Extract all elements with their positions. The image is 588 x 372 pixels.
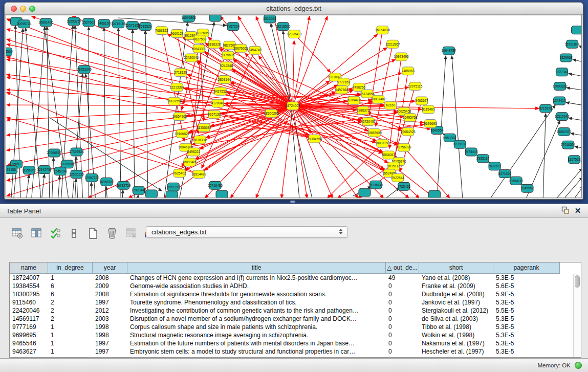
graph-node[interactable]: 6279197 bbox=[453, 140, 467, 148]
graph-node[interactable]: 7515526 bbox=[139, 23, 152, 31]
graph-node[interactable]: 9115460 bbox=[422, 105, 435, 114]
graph-node[interactable]: 3175685 bbox=[222, 51, 235, 59]
graph-node[interactable]: 12213967 bbox=[385, 40, 400, 48]
scrollbar-thumb[interactable] bbox=[575, 275, 580, 288]
table-row[interactable]: 1872400712008Changes of HCN gene express… bbox=[10, 274, 581, 282]
graph-node[interactable]: 12325413 bbox=[287, 30, 302, 38]
graph-node[interactable] bbox=[146, 190, 158, 198]
graph-node[interactable]: 10653257 bbox=[67, 17, 81, 26]
graph-node[interactable]: 18807293 bbox=[375, 139, 390, 147]
graph-node[interactable]: 22420046 bbox=[184, 54, 199, 62]
graph-node[interactable]: 10973493 bbox=[394, 53, 409, 61]
delete-entry-button[interactable] bbox=[105, 226, 119, 240]
graph-node[interactable]: 9427552 bbox=[214, 87, 227, 95]
graph-node[interactable]: 17957223 bbox=[84, 174, 99, 182]
graph-node[interactable]: 1167533 bbox=[568, 156, 581, 164]
graph-node[interactable]: 12093822 bbox=[553, 82, 568, 91]
column-header-out_de[interactable]: △ out_de... bbox=[386, 262, 419, 274]
graph-node[interactable]: 10719155 bbox=[111, 20, 126, 28]
graph-node[interactable]: 39158 bbox=[6, 166, 17, 174]
graph-node[interactable]: 16671355 bbox=[125, 21, 140, 30]
graph-node[interactable]: 8186328 bbox=[208, 40, 221, 48]
graph-node[interactable]: 9227341 bbox=[556, 68, 569, 76]
graph-node[interactable]: 62160 bbox=[385, 101, 397, 110]
graph-node[interactable]: 20206576 bbox=[47, 149, 61, 157]
graph-node[interactable]: 20055724 bbox=[16, 20, 31, 28]
graph-node[interactable]: 46720407 bbox=[361, 118, 376, 126]
select-columns-button[interactable] bbox=[48, 226, 62, 240]
graph-node[interactable]: 18724007 bbox=[286, 102, 300, 110]
graph-node[interactable]: 19654963 bbox=[172, 113, 187, 121]
column-header-in_degree[interactable]: in_degree bbox=[48, 262, 93, 274]
float-panel-icon[interactable] bbox=[560, 206, 571, 215]
graph-node[interactable]: 17016504 bbox=[561, 141, 576, 149]
graph-node[interactable]: 1545194 bbox=[54, 167, 67, 176]
graph-node[interactable]: 9857791 bbox=[167, 183, 180, 191]
graph-node[interactable]: 9329968 bbox=[560, 54, 573, 62]
graph-node[interactable] bbox=[216, 190, 228, 198]
graph-node[interactable]: 9660123 bbox=[170, 30, 184, 38]
graph-node[interactable]: 10688609 bbox=[367, 129, 382, 137]
graph-node[interactable]: 16914479 bbox=[191, 170, 206, 179]
table-row[interactable]: 911546021997Tourette syndrome. Phenomeno… bbox=[10, 298, 581, 307]
graph-node[interactable]: 9827509 bbox=[193, 35, 207, 43]
graph-node[interactable]: 9699695 bbox=[424, 120, 437, 128]
graph-node[interactable]: 21053346 bbox=[77, 65, 92, 74]
panel-splitter[interactable] bbox=[0, 200, 588, 204]
column-header-name[interactable]: name bbox=[10, 262, 48, 274]
graph-node[interactable]: 12923448 bbox=[132, 186, 146, 194]
graph-node[interactable]: 7485063 bbox=[402, 67, 415, 75]
graph-node[interactable]: 19384554 bbox=[307, 135, 322, 143]
graph-node[interactable]: 20364436 bbox=[346, 96, 361, 104]
splitter-handle[interactable] bbox=[290, 201, 295, 203]
graph-node[interactable]: 15692971 bbox=[557, 128, 572, 136]
graph-node[interactable]: 8813054 bbox=[264, 15, 277, 23]
graph-node[interactable]: 19166827 bbox=[175, 129, 189, 138]
graph-node[interactable]: 19654923 bbox=[401, 128, 416, 136]
graph-node[interactable]: 9777169 bbox=[337, 78, 351, 86]
graph-node[interactable]: 7663822 bbox=[155, 27, 168, 35]
graph-node[interactable]: 2986372 bbox=[357, 106, 370, 115]
graph-node[interactable]: 10543392 bbox=[191, 45, 206, 53]
graph-node[interactable]: 20691406 bbox=[38, 18, 53, 27]
graph-node[interactable]: 11355584 bbox=[197, 124, 211, 132]
graph-node[interactable]: 1733426 bbox=[398, 182, 411, 190]
graph-node[interactable] bbox=[166, 191, 178, 198]
table-row[interactable]: 1456911722003Disruption of a novel membe… bbox=[10, 315, 581, 323]
table-row[interactable]: 969969511998Structural magnetic resonanc… bbox=[10, 331, 581, 339]
graph-node[interactable]: 7625402 bbox=[173, 169, 186, 178]
table-row[interactable]: 946554611997Estimation of the future num… bbox=[10, 339, 581, 347]
graph-node[interactable]: 20676068 bbox=[233, 44, 248, 52]
graph-node[interactable] bbox=[209, 15, 221, 21]
graph-node[interactable]: 16495768 bbox=[403, 114, 418, 122]
column-header-pagerank[interactable]: pagerank bbox=[493, 262, 560, 274]
column-header-short[interactable]: short bbox=[419, 262, 493, 274]
graph-node[interactable]: 12213392 bbox=[169, 83, 184, 92]
table-settings-button[interactable] bbox=[10, 226, 25, 240]
graph-node[interactable]: 6497568 bbox=[335, 85, 349, 94]
graph-node[interactable]: 12505135 bbox=[69, 170, 84, 179]
graph-node[interactable]: 15751874 bbox=[565, 40, 580, 48]
table-row[interactable]: 2242004622012Investigating the contribut… bbox=[10, 307, 581, 315]
graph-node[interactable]: 1527602 bbox=[82, 18, 96, 27]
graph-node[interactable]: 16107554 bbox=[167, 97, 182, 105]
table-row[interactable]: 977716911998Corpus callosum shape and si… bbox=[10, 323, 581, 331]
graph-node[interactable]: 16136141 bbox=[368, 181, 383, 189]
graph-node[interactable]: 16782759 bbox=[116, 181, 131, 189]
graph-node[interactable]: 9242848 bbox=[220, 62, 233, 70]
graph-node[interactable]: 12942757 bbox=[37, 166, 52, 174]
graph-node[interactable]: 7957224 bbox=[227, 23, 240, 31]
graph-node[interactable]: 16210643 bbox=[555, 113, 570, 121]
table-row[interactable]: 1830029562008Estimation of significance … bbox=[10, 290, 581, 298]
graph-node[interactable]: 9884067 bbox=[382, 151, 396, 159]
graph-node[interactable]: 10807487 bbox=[371, 95, 386, 103]
graph-node[interactable]: 2935114 bbox=[476, 155, 489, 163]
table-scrollbar[interactable] bbox=[573, 274, 580, 357]
graph-node[interactable]: 1244413 bbox=[553, 97, 567, 105]
create-table-button[interactable] bbox=[86, 226, 100, 240]
delete-table-disabled-button[interactable] bbox=[124, 226, 138, 240]
network-canvas[interactable]: 1872400720055724206914061065325715276028… bbox=[6, 15, 582, 198]
graph-node[interactable]: 4170048 bbox=[211, 99, 225, 107]
graph-node[interactable] bbox=[429, 190, 441, 198]
graph-node[interactable]: 12975115 bbox=[408, 82, 423, 91]
